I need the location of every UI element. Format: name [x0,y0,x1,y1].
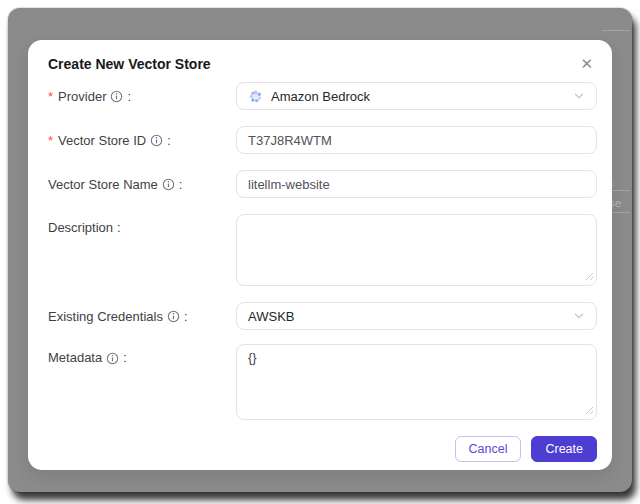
metadata-label-text: Metadata [48,350,102,365]
existing-credentials-select[interactable]: AWSKB [236,302,597,330]
chevron-down-icon [573,310,585,322]
metadata-control: {} [236,344,597,420]
vector-store-id-control [236,126,597,154]
vector-store-id-input[interactable] [236,126,597,154]
label-colon: : [167,133,171,148]
label-colon: : [117,220,121,235]
dialog-header: Create New Vector Store ✕ [48,52,597,72]
required-asterisk: * [48,133,53,148]
create-button[interactable]: Create [531,436,597,462]
info-icon[interactable] [162,178,175,191]
vector-store-name-input[interactable] [236,170,597,198]
provider-label-text: Provider [58,89,106,104]
close-icon[interactable]: ✕ [580,52,597,71]
vector-store-id-label: * Vector Store ID : [48,133,236,148]
dialog-title: Create New Vector Store [48,52,211,72]
label-colon: : [179,177,183,192]
resize-grip-icon[interactable] [585,272,594,281]
metadata-textarea[interactable]: {} [236,344,597,420]
required-asterisk: * [48,89,53,104]
description-row: Description : [48,214,597,286]
info-icon[interactable] [150,134,163,147]
create-vector-store-dialog: Create New Vector Store ✕ * Provider : [28,40,612,470]
provider-control: Amazon Bedrock [236,82,597,110]
info-icon[interactable] [106,352,119,365]
cancel-button[interactable]: Cancel [455,436,522,462]
description-label-text: Description [48,220,113,235]
existing-credentials-label-text: Existing Credentials [48,309,163,324]
provider-select[interactable]: Amazon Bedrock [236,82,597,110]
existing-credentials-row: Existing Credentials : AWSKB [48,302,597,330]
resize-grip-icon[interactable] [585,406,594,415]
dialog-footer: Cancel Create [48,436,597,462]
dimmed-page-overlay: ↑↓ se Create New Vector Store ✕ * Provid… [8,8,632,492]
provider-label: * Provider : [48,89,236,104]
existing-credentials-control: AWSKB [236,302,597,330]
vector-store-name-row: Vector Store Name : [48,170,597,198]
info-icon[interactable] [167,310,180,323]
label-colon: : [127,89,131,104]
bedrock-logo-icon [248,89,263,104]
existing-credentials-label: Existing Credentials : [48,309,236,324]
info-icon[interactable] [110,90,123,103]
metadata-row: Metadata : {} [48,344,597,420]
label-colon: : [123,350,127,365]
vector-store-name-label: Vector Store Name : [48,177,236,192]
background-divider [602,30,630,31]
vector-store-id-label-text: Vector Store ID [58,133,146,148]
vector-store-name-label-text: Vector Store Name [48,177,158,192]
existing-credentials-selected-value: AWSKB [248,309,565,324]
chevron-down-icon [573,90,585,102]
provider-row: * Provider : [48,82,597,110]
description-control [236,214,597,286]
provider-selected-value: Amazon Bedrock [271,89,565,104]
description-textarea[interactable] [236,214,597,286]
vector-store-id-row: * Vector Store ID : [48,126,597,154]
vector-store-name-control [236,170,597,198]
metadata-label: Metadata : [48,344,236,365]
description-label: Description : [48,214,236,235]
label-colon: : [184,309,188,324]
